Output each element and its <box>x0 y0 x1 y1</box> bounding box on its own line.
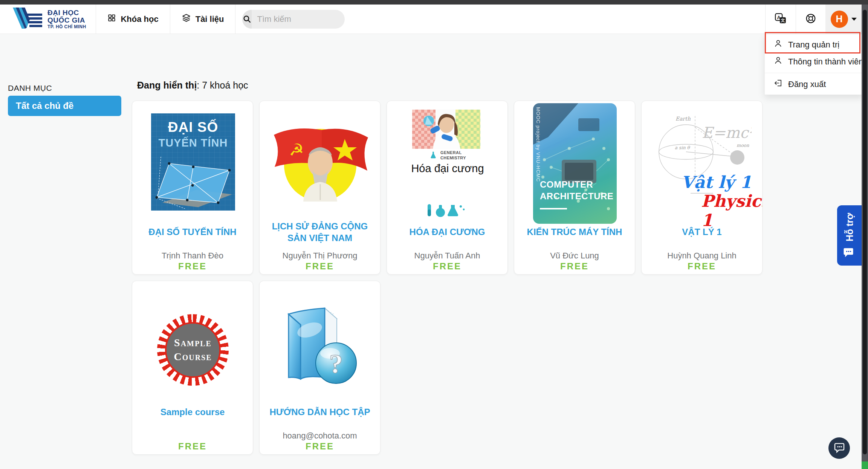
user-icon <box>774 56 782 67</box>
course-price: FREE <box>387 261 507 272</box>
search-input[interactable] <box>252 14 345 24</box>
chemistry-icons <box>387 203 507 218</box>
course-title[interactable]: HƯỚNG DẪN HỌC TẬP <box>263 400 376 424</box>
course-author: Trịnh Thanh Đèo <box>132 251 253 261</box>
browser-scrollbar[interactable] <box>862 5 868 469</box>
language-button[interactable]: A 文 <box>766 5 796 34</box>
menu-item-admin[interactable]: Trang quản trị <box>765 36 863 53</box>
course-card-hoa-dai-cuong[interactable]: GENERAL CHEMISTRY Hóa đại cương HÓA ĐẠI … <box>387 101 508 275</box>
search-icon <box>242 10 252 29</box>
svg-text:moon: moon <box>737 143 749 148</box>
user-menu-button[interactable]: H <box>825 5 862 34</box>
svg-text:文: 文 <box>781 18 785 23</box>
support-tab[interactable]: Hỗ trợ <box>837 205 862 266</box>
user-dropdown-menu: Trang quản trị Thông tin thành viên Đăng… <box>764 34 863 95</box>
course-cover-algebra: ĐẠI SỐ TUYẾN TÍNH <box>151 113 235 211</box>
course-author: Nguyễn Tuấn Anh <box>387 251 507 261</box>
translate-icon: A 文 <box>775 12 787 26</box>
lifebuoy-icon <box>805 13 816 26</box>
course-author: hoang@cohota.com <box>260 431 380 441</box>
browser-top-bar <box>0 0 868 5</box>
course-card-sample[interactable]: Sample Course Sample course FREE <box>132 281 253 455</box>
course-cover-physics: Earth moon E=mc² a sin θ Vật lý 1 Physic… <box>653 112 752 208</box>
user-icon <box>774 39 782 50</box>
course-price: FREE <box>642 261 762 272</box>
all-topics-button[interactable]: Tất cả chủ đề <box>8 96 121 116</box>
course-card-lich-su-dang[interactable]: ☭ LỊCH SỬ ĐẢNG CỘNG SẢN VIỆT NAM Nguyễn … <box>259 101 381 275</box>
course-price: FREE <box>514 261 635 272</box>
menu-item-member-info[interactable]: Thông tin thành viên <box>765 53 863 70</box>
page: ĐẠI HỌC QUỐC GIA TP. HỒ CHÍ MINH Khóa họ… <box>0 0 868 469</box>
course-card-vat-ly-1[interactable]: Earth moon E=mc² a sin θ Vật lý 1 Physic… <box>641 101 763 275</box>
logout-icon <box>774 79 782 90</box>
svg-text:E=mc²: E=mc² <box>702 124 752 141</box>
cover-title-vi: Vật lý 1 <box>681 173 752 192</box>
cover-underline <box>540 208 567 209</box>
divider <box>235 5 235 34</box>
logo[interactable]: ĐẠI HỌC QUỐC GIA TP. HỒ CHÍ MINH <box>0 5 86 34</box>
course-price: FREE <box>132 261 253 272</box>
course-cover-computer: MOOC project by VNU-HCMC COMPUTER ARCHIT… <box>533 103 617 224</box>
course-author: Nguyễn Thị Phương <box>260 251 380 261</box>
chevron-down-icon <box>851 18 857 21</box>
course-card-huong-dan-hoc-tap[interactable]: ? HƯỚNG DẪN HỌC TẬP hoang@cohota.com FRE… <box>259 281 381 455</box>
course-grid: ĐẠI SỐ TUYẾN TÍNH <box>132 101 763 455</box>
svg-text:a sin θ: a sin θ <box>675 145 691 150</box>
flask-icon <box>429 151 437 160</box>
course-author: Vũ Đức Lung <box>514 251 635 261</box>
search-box[interactable] <box>242 10 345 29</box>
course-price: FREE <box>260 261 380 272</box>
course-cover-book: ? <box>280 304 360 390</box>
menu-item-logout[interactable]: Đăng xuất <box>765 76 863 93</box>
course-cover-sample-burst: Sample Course <box>157 314 229 386</box>
chat-bubble-icon <box>833 442 845 455</box>
course-price: FREE <box>260 441 380 452</box>
vnu-logo-icon <box>11 8 43 31</box>
scrollbar-green-sliver <box>862 461 868 469</box>
chat-launcher-button[interactable] <box>828 437 850 459</box>
course-title[interactable]: KIẾN TRÚC MÁY TÍNH <box>518 220 631 244</box>
header: ĐẠI HỌC QUỐC GIA TP. HỒ CHÍ MINH Khóa họ… <box>0 5 868 34</box>
grid-icon <box>107 14 116 24</box>
course-card-dai-so-tuyen-tinh[interactable]: ĐẠI SỐ TUYẾN TÍNH <box>132 101 253 275</box>
course-title[interactable]: HÓA ĐẠI CƯƠNG <box>391 220 504 244</box>
avatar: H <box>831 11 848 28</box>
course-cover-chemistry-caption: GENERAL CHEMISTRY Hóa đại cương <box>402 149 493 177</box>
cover-watermark: MOOC project by VNU-HCMC <box>535 107 541 182</box>
course-price: FREE <box>132 441 253 452</box>
cover-heading: COMPUTER ARCHITECTURE <box>540 179 611 202</box>
nav-documents[interactable]: Tài liệu <box>170 5 235 34</box>
nav-courses[interactable]: Khóa học <box>96 5 170 34</box>
course-title[interactable]: Sample course <box>136 400 249 424</box>
svg-text:☭: ☭ <box>289 141 304 159</box>
menu-divider <box>765 73 863 73</box>
course-cover-chemistry-photo <box>412 110 480 149</box>
showing-count: Đang hiển thị: 7 khoá học <box>137 80 248 91</box>
layers-icon <box>182 13 191 25</box>
support-label: Hỗ trợ <box>844 213 855 241</box>
help-button[interactable] <box>796 5 825 34</box>
course-card-kien-truc-may-tinh[interactable]: MOOC project by VNU-HCMC COMPUTER ARCHIT… <box>514 101 635 275</box>
chat-bubble-icon <box>843 247 856 258</box>
scrollbar-thumb[interactable] <box>863 10 867 454</box>
svg-text:?: ? <box>329 349 343 379</box>
course-title[interactable]: VẬT LÝ 1 <box>645 220 758 244</box>
course-cover-history: ☭ <box>267 114 373 211</box>
svg-text:Earth: Earth <box>675 116 691 122</box>
course-author: Huỳnh Quang Linh <box>642 251 762 261</box>
logo-text: ĐẠI HỌC QUỐC GIA TP. HỒ CHÍ MINH <box>47 9 86 29</box>
course-title[interactable]: LỊCH SỬ ĐẢNG CỘNG SẢN VIỆT NAM <box>263 220 376 244</box>
sidebar-heading: DANH MỤC <box>8 84 52 93</box>
course-title[interactable]: ĐẠI SỐ TUYẾN TÍNH <box>136 220 249 244</box>
